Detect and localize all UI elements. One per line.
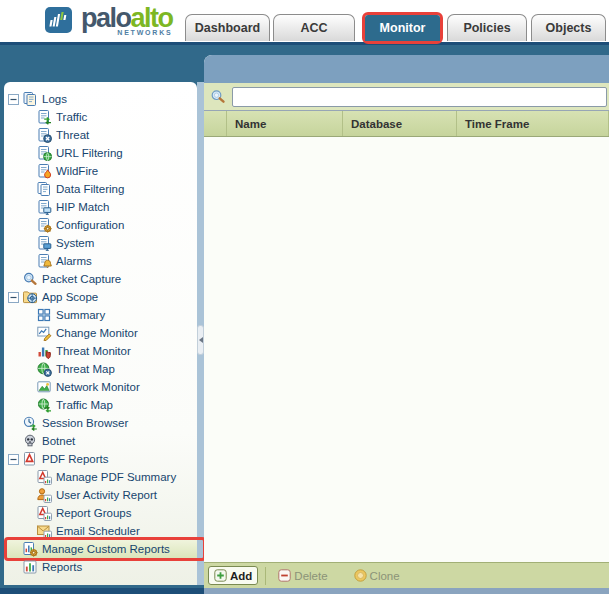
tab-policies[interactable]: Policies — [447, 14, 527, 41]
sidebar-item-url-filtering[interactable]: URL Filtering — [4, 144, 197, 162]
sidebar-item-hip-match[interactable]: HIP Match — [4, 198, 197, 216]
app-scope-icon — [22, 289, 38, 305]
sidebar-item-label: Manage Custom Reports — [42, 543, 170, 555]
delete-button[interactable]: Delete — [272, 566, 333, 585]
wildfire-icon — [36, 163, 52, 179]
threat-map-icon — [36, 361, 52, 377]
sidebar-item-data-filtering[interactable]: Data Filtering — [4, 180, 197, 198]
sidebar-item-system[interactable]: System — [4, 234, 197, 252]
hip-match-icon — [36, 199, 52, 215]
panos-window: paloalto NETWORKS DashboardACCMonitorPol… — [0, 0, 609, 594]
data-filtering-icon — [36, 181, 52, 197]
sidebar-item-traffic-map[interactable]: Traffic Map — [4, 396, 197, 414]
sidebar-item-change-monitor[interactable]: Change Monitor — [4, 324, 197, 342]
tab-monitor[interactable]: Monitor — [365, 15, 440, 41]
sidebar-item-threat[interactable]: Threat — [4, 126, 197, 144]
sidebar-item-network-monitor[interactable]: Network Monitor — [4, 378, 197, 396]
content-header-band — [204, 55, 609, 83]
column-header-time-frame[interactable]: Time Frame — [457, 111, 609, 136]
sidebar-item-threat-monitor[interactable]: Threat Monitor — [4, 342, 197, 360]
logs-icon — [22, 91, 38, 107]
sidebar-item-label: System — [56, 237, 94, 249]
sidebar-item-user-activity-report[interactable]: User Activity Report — [4, 486, 197, 504]
sidebar-item-manage-custom-reports[interactable]: Manage Custom Reports — [4, 540, 197, 558]
sidebar-item-label: Network Monitor — [56, 381, 140, 393]
sidebar-item-session-browser[interactable]: Session Browser — [4, 414, 197, 432]
sidebar-item-label: App Scope — [42, 291, 98, 303]
sidebar-item-label: Traffic Map — [56, 399, 113, 411]
sidebar-item-packet-capture[interactable]: Packet Capture — [4, 270, 197, 288]
traffic-log-icon — [36, 109, 52, 125]
sidebar-item-alarms[interactable]: Alarms — [4, 252, 197, 270]
summary-icon — [36, 307, 52, 323]
tree-collapse-toggle[interactable] — [8, 94, 19, 105]
monitor-tab-highlight-box: Monitor — [362, 12, 443, 44]
search-icon — [210, 89, 226, 105]
sidebar-item-label: Reports — [42, 561, 82, 573]
tab-dashboard[interactable]: Dashboard — [185, 14, 270, 41]
sidebar-item-traffic[interactable]: Traffic — [4, 108, 197, 126]
clone-icon — [354, 569, 367, 582]
navigation-tree: LogsTrafficThreatURL FilteringWildFireDa… — [4, 82, 197, 585]
tree-collapse-toggle[interactable] — [8, 454, 19, 465]
sidebar-item-logs[interactable]: Logs — [4, 90, 197, 108]
panel-splitter[interactable] — [197, 82, 204, 585]
url-filtering-icon — [36, 145, 52, 161]
sidebar-item-label: Summary — [56, 309, 105, 321]
brand-name: paloalto — [81, 5, 173, 31]
alarms-icon — [36, 253, 52, 269]
sidebar-item-report-groups[interactable]: Report Groups — [4, 504, 197, 522]
sidebar-item-summary[interactable]: Summary — [4, 306, 197, 324]
actions-toolbar: Add Delete — [204, 562, 609, 588]
sidebar-item-label: Threat Map — [56, 363, 115, 375]
clone-button[interactable]: Clone — [348, 566, 406, 585]
threat-log-icon — [36, 127, 52, 143]
sidebar-item-label: Configuration — [56, 219, 124, 231]
sidebar-item-manage-pdf-summary[interactable]: Manage PDF Summary — [4, 468, 197, 486]
packet-capture-icon — [22, 271, 38, 287]
plus-icon — [214, 569, 227, 582]
sidebar-item-pdf-reports[interactable]: PDF Reports — [4, 450, 197, 468]
reports-table-header: NameDatabaseTime Frame — [204, 111, 609, 137]
reports-icon — [22, 559, 38, 575]
network-monitor-icon — [36, 379, 52, 395]
manage-pdf-summary-icon — [36, 469, 52, 485]
toolbar-separator — [265, 567, 266, 585]
column-header-database[interactable]: Database — [343, 111, 457, 136]
sidebar-item-threat-map[interactable]: Threat Map — [4, 360, 197, 378]
sidebar-item-label: Email Scheduler — [56, 525, 140, 537]
sidebar-item-label: WildFire — [56, 165, 98, 177]
sidebar-item-label: URL Filtering — [56, 147, 123, 159]
row-select-column-header — [204, 111, 227, 136]
sidebar-item-label: User Activity Report — [56, 489, 157, 501]
sidebar-item-label: Logs — [42, 93, 67, 105]
column-header-name[interactable]: Name — [227, 111, 343, 136]
sidebar-item-wildfire[interactable]: WildFire — [4, 162, 197, 180]
sidebar-item-label: Data Filtering — [56, 183, 124, 195]
sidebar-item-reports[interactable]: Reports — [4, 558, 197, 576]
minus-icon — [278, 569, 291, 582]
sidebar-item-label: Packet Capture — [42, 273, 121, 285]
sidebar-item-configuration[interactable]: Configuration — [4, 216, 197, 234]
tab-objects[interactable]: Objects — [531, 14, 606, 41]
reports-table-body — [204, 137, 609, 562]
sidebar-item-label: Session Browser — [42, 417, 128, 429]
sidebar-item-app-scope[interactable]: App Scope — [4, 288, 197, 306]
sidebar-item-email-scheduler[interactable]: Email Scheduler — [4, 522, 197, 540]
sidebar-item-botnet[interactable]: Botnet — [4, 432, 197, 450]
collapse-sidebar-handle[interactable] — [197, 325, 204, 355]
search-toolbar — [204, 83, 609, 111]
paloalto-logo: paloalto NETWORKS — [44, 5, 173, 39]
botnet-icon — [22, 433, 38, 449]
add-button[interactable]: Add — [208, 566, 258, 585]
tree-collapse-toggle[interactable] — [8, 292, 19, 303]
sidebar-item-label: Traffic — [56, 111, 87, 123]
sidebar-item-label: Report Groups — [56, 507, 131, 519]
system-log-icon — [36, 235, 52, 251]
tab-acc[interactable]: ACC — [273, 14, 355, 41]
paloalto-logo-icon — [44, 5, 74, 39]
sidebar-item-label: Threat — [56, 129, 89, 141]
manage-custom-reports-icon — [22, 541, 38, 557]
search-input[interactable] — [232, 87, 607, 107]
sidebar-item-label: Threat Monitor — [56, 345, 131, 357]
